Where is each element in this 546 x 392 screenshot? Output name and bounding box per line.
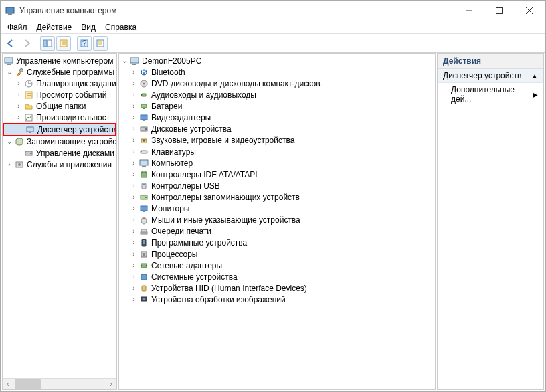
close-button[interactable] [514, 1, 544, 21]
tree-performance[interactable]: › Производительност [3, 112, 116, 123]
device-category[interactable]: ›Устройства обработки изображений [119, 294, 435, 305]
chevron-right-icon[interactable]: › [130, 262, 138, 270]
chevron-right-icon[interactable]: › [130, 91, 138, 99]
chevron-right-icon[interactable]: › [130, 182, 138, 190]
menu-action[interactable]: Действие [33, 21, 76, 33]
horizontal-scrollbar[interactable]: ‹ › [3, 378, 116, 389]
svg-rect-26 [29, 132, 31, 133]
device-category[interactable]: ›Сетевые адаптеры [119, 260, 435, 271]
svg-point-46 [143, 139, 145, 141]
menu-help[interactable]: Справка [101, 21, 141, 33]
svg-point-44 [145, 128, 147, 130]
collapse-icon[interactable]: ▲ [531, 72, 538, 80]
device-category[interactable]: ›Мониторы [119, 203, 435, 214]
nav-back-button[interactable] [3, 36, 18, 51]
chevron-right-icon[interactable]: › [130, 227, 138, 235]
folder-icon [23, 101, 34, 112]
device-root[interactable]: ⌄ DemonF2005PC [119, 55, 435, 66]
chevron-right-icon[interactable]: › [130, 205, 138, 213]
chevron-right-icon[interactable]: › [130, 80, 138, 88]
svg-rect-49 [143, 151, 143, 152]
tree-root-computer-management[interactable]: Управление компьютером (л [3, 55, 116, 66]
device-category[interactable]: ›Контроллеры запоминающих устройств [119, 191, 435, 203]
chevron-right-icon[interactable]: › [130, 273, 138, 281]
chevron-right-icon[interactable]: › [130, 114, 138, 122]
left-pane: Управление компьютером (л ⌄ Служебные пр… [2, 53, 117, 390]
device-tree[interactable]: ⌄ DemonF2005PC ›BBluetooth›DVD-дисководы… [119, 54, 435, 389]
chevron-right-icon[interactable]: › [130, 296, 138, 304]
chevron-right-icon[interactable]: › [130, 216, 138, 224]
chevron-right-icon[interactable]: › [130, 250, 138, 258]
device-category[interactable]: ›Контроллеры IDE ATA/ATAPI [119, 169, 435, 180]
device-category[interactable]: ›Дисковые устройства [119, 123, 435, 134]
actions-more[interactable]: Дополнительные дей... ▶ [438, 83, 543, 106]
scrollbar-thumb[interactable] [15, 379, 41, 389]
svg-text:?: ? [82, 39, 87, 48]
tree-storage[interactable]: ⌄ Запоминающие устройс [3, 136, 116, 147]
help-button[interactable]: ? [77, 36, 92, 51]
tree-task-scheduler[interactable]: › Планировщик заданий [3, 78, 116, 89]
chevron-right-icon[interactable]: › [130, 68, 138, 76]
maximize-button[interactable] [484, 1, 514, 21]
actions-subheader[interactable]: Диспетчер устройств ▲ [438, 69, 543, 83]
device-category[interactable]: ›Программные устройства [119, 237, 435, 248]
chevron-right-icon[interactable]: › [130, 125, 138, 133]
svg-rect-66 [143, 240, 145, 244]
properties-button[interactable] [56, 36, 71, 51]
chevron-right-icon[interactable]: › [130, 239, 138, 247]
device-category[interactable]: ›Компьютер [119, 157, 435, 169]
chevron-right-icon[interactable]: › [130, 136, 138, 144]
chevron-right-icon[interactable]: › [15, 91, 23, 99]
device-category[interactable]: ›Аудиовходы и аудиовыходы [119, 89, 435, 100]
chevron-right-icon[interactable]: › [130, 171, 138, 179]
device-category[interactable]: ›BBluetooth [119, 66, 435, 78]
tree-device-manager[interactable]: Диспетчер устройств [4, 124, 115, 135]
svg-rect-62 [143, 218, 145, 219]
device-category-icon [139, 112, 149, 123]
device-category[interactable]: ›Устройства HID (Human Interface Devices… [119, 282, 435, 294]
refresh-button[interactable] [93, 36, 108, 51]
chevron-right-icon[interactable]: › [130, 102, 138, 110]
device-manager-icon [25, 124, 35, 135]
device-category[interactable]: ›Батареи [119, 100, 435, 112]
device-category[interactable]: ›Клавиатуры [119, 146, 435, 157]
chevron-right-icon[interactable]: › [15, 80, 23, 88]
event-icon [23, 90, 34, 100]
device-category[interactable]: ›Мыши и иные указывающие устройства [119, 214, 435, 225]
device-category[interactable]: ›Звуковые, игровые и видеоустройства [119, 134, 435, 146]
svg-rect-50 [140, 160, 148, 165]
svg-rect-56 [143, 184, 145, 185]
device-category[interactable]: ›Контроллеры USB [119, 180, 435, 191]
chevron-right-icon[interactable]: › [130, 193, 138, 201]
svg-rect-33 [132, 64, 136, 65]
chevron-down-icon[interactable]: ⌄ [5, 68, 13, 76]
tree-disk-management[interactable]: Управление дисками [3, 147, 116, 159]
chevron-down-icon[interactable]: ⌄ [120, 57, 128, 65]
nav-forward-button[interactable] [19, 36, 34, 51]
tree-shared-folders[interactable]: › Общие папки [3, 100, 116, 112]
menu-view[interactable]: Вид [77, 21, 100, 33]
chevron-right-icon[interactable]: › [15, 114, 23, 122]
chevron-right-icon[interactable]: › [130, 284, 138, 292]
device-category[interactable]: ›Видеоадаптеры [119, 112, 435, 123]
chevron-right-icon[interactable]: › [130, 159, 138, 167]
svg-text:B: B [141, 68, 147, 76]
menu-file[interactable]: Файл [3, 21, 31, 33]
tree-services-apps[interactable]: › Службы и приложения [3, 159, 116, 170]
device-category-icon [139, 169, 149, 180]
device-category[interactable]: ›Очереди печати [119, 225, 435, 237]
chevron-right-icon[interactable]: › [130, 148, 138, 156]
chevron-right-icon[interactable]: › [15, 102, 23, 110]
device-category[interactable]: ›Системные устройства [119, 271, 435, 282]
console-tree[interactable]: Управление компьютером (л ⌄ Служебные пр… [3, 54, 116, 378]
tree-event-viewer[interactable]: › Просмотр событий [3, 89, 116, 100]
show-hide-tree-button[interactable] [40, 36, 55, 51]
minimize-button[interactable] [454, 1, 484, 21]
tree-system-tools[interactable]: ⌄ Служебные программы [3, 66, 116, 78]
device-category[interactable]: ›DVD-дисководы и дисководы компакт-диско… [119, 78, 435, 89]
chevron-down-icon[interactable]: ⌄ [5, 138, 13, 146]
chevron-right-icon: ▶ [533, 91, 538, 98]
device-category-icon [139, 226, 149, 237]
device-category[interactable]: ›Процессоры [119, 248, 435, 260]
chevron-right-icon[interactable]: › [5, 161, 13, 169]
